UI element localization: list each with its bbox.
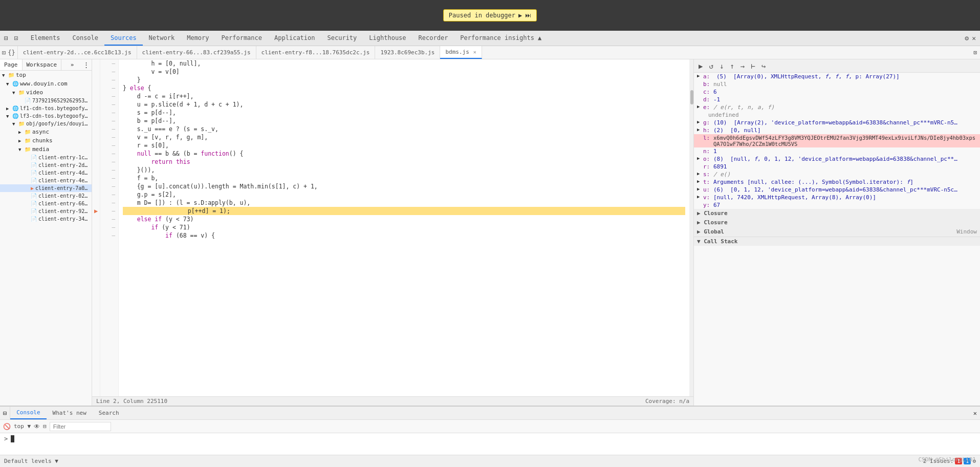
file-tab-1[interactable]: client-entry-2d...ce.6cc18c13.js [18,46,137,59]
scope-item-c[interactable]: c: 6 [694,88,980,96]
scope-item-g[interactable]: ▶ g: (10) [Array(2), 'device_platform=we… [694,119,980,126]
tab-console[interactable]: Console [66,31,104,46]
sidebar-toggle-icon[interactable]: ⊡ [2,49,6,56]
dock-icon[interactable]: ⊟ [2,34,10,42]
tab-console-bottom[interactable]: Console [10,407,46,419]
devtools-main: ⊟ ⊡ Elements Console Sources Network Mem… [0,31,980,467]
scope-item-n[interactable]: n: 1 [694,147,980,155]
tree-item-entry-8[interactable]: 📄 client-entry-927ad3e7.... [0,207,92,215]
scope-item-a[interactable]: ▶ a: (5) [Array(0), XMLHttpRequest, f, f… [694,73,980,80]
step-out-btn[interactable]: ↑ [728,61,735,71]
tree-item-media[interactable]: ▼ 📁 media [0,145,92,154]
tab-sources[interactable]: Sources [104,31,143,46]
play-button[interactable]: ▶ [518,12,522,19]
tree-item-entry-2[interactable]: 📄 client-entry-2d6f1fce.6... [0,161,92,169]
clear-console-icon[interactable]: 🚫 [3,423,11,430]
sidebar-tab-workspace[interactable]: Workspace [23,59,62,70]
tab-elements[interactable]: Elements [25,31,67,46]
scope-closure-2-header[interactable]: ▶ Closure [694,218,980,227]
scope-item-v[interactable]: ▶ v: [null, 7420, XMLHttpRequest, Array(… [694,194,980,201]
tab-lighthouse[interactable]: Lighthouse [363,31,412,46]
tab-security[interactable]: Security [321,31,363,46]
step-over-btn[interactable]: ↺ [707,61,714,71]
tab-whats-new[interactable]: What's new [47,407,93,419]
sidebar-more-btn[interactable]: » [68,59,77,70]
sidebar-tabs: Page Workspace » ⋮ [0,59,92,71]
filter-icon[interactable]: ⊟ [43,423,47,430]
expand-tabs-icon[interactable]: ⊡ [973,49,977,56]
tree-item-lf3[interactable]: ▼ 🌐 lf3-cdn-tos.bytegoofy.com [0,112,92,120]
tab-application[interactable]: Application [268,31,321,46]
code-content[interactable]: ▶ ––––– ––––– ––––– ––––– –– h = [0, nul… [92,59,693,396]
console-bottom-bar: Default levels ▼ 2 Issues: 1 1 ⚙ [0,455,980,467]
tab-performance-insights[interactable]: Performance insights ▲ [454,31,548,46]
scope-item-e[interactable]: ▶ e: / e(r, t, n, a, f) [694,103,980,111]
tab-performance[interactable]: Performance [215,31,268,46]
tree-item-entry-5[interactable]: ▶ client-entry-7a08a8f9.c... [0,184,92,192]
step-btn[interactable]: → [739,61,746,71]
tree-item-entry-9[interactable]: 📄 client-entry-3498b7b4... [0,215,92,223]
close-devtools-icon[interactable]: ✕ [972,34,976,42]
file-tab-bdms[interactable]: bdms.js ✕ [440,46,482,59]
tree-item-top[interactable]: ▼ 📁 top [0,71,92,79]
scope-item-b[interactable]: b: null [694,80,980,88]
undock-icon[interactable]: ⊡ [12,34,20,42]
default-levels-label[interactable]: Default levels ▼ [4,458,58,464]
scope-closure-1-header[interactable]: ▶ Closure [694,209,980,218]
sidebar-menu-icon[interactable]: ⋮ [83,61,90,69]
close-file-tab-icon[interactable]: ✕ [473,49,476,55]
scope-item-y[interactable]: y: 67 [694,201,980,209]
pause-exceptions-btn[interactable]: ↪ [760,61,767,71]
tab-memory[interactable]: Memory [181,31,215,46]
sidebar-tab-page[interactable]: Page [0,59,23,70]
step-into-btn[interactable]: ↓ [718,61,725,71]
breakpoint-arrow: ▶ [94,207,98,215]
tree-item-video[interactable]: ▼ 📁 video [0,88,92,97]
tree-item-async[interactable]: ▶ 📁 async [0,128,92,136]
console-filter-input[interactable] [50,422,111,431]
sidebar-content: ▼ 📁 top ▼ 🌐 www.douyin.com ▼ 📁 [0,71,92,406]
scope-item-u[interactable]: ▶ u: (6) [0, 1, 12, 'device_platform=web… [694,186,980,194]
skip-button[interactable]: ⏭ [525,12,531,19]
scope-closure-2: ▶ Closure [694,218,980,227]
tab-search[interactable]: Search [93,407,125,419]
scope-item-h[interactable]: ▶ h: (2) [0, null] [694,126,980,134]
tree-item-video-file[interactable]: 📄 73792196529262953464... [0,97,92,104]
format-icon[interactable]: {} [8,49,15,56]
scope-item-d[interactable]: d: -1 [694,96,980,103]
file-tab-2[interactable]: client-entry-66...83.cf239a55.js [137,46,256,59]
tab-recorder[interactable]: Recorder [412,31,454,46]
scope-item-l[interactable]: l: x6mvQ0h6dEgsvDWf54zLFY3g8VM3YQJEOtrEM… [694,134,980,147]
code-line: null == b && (b = function() { [123,150,685,158]
vertical-scrollbar[interactable] [689,59,693,396]
scope-item-r[interactable]: r: 6891 [694,163,980,171]
settings-icon[interactable]: ⚙ [965,34,969,42]
scope-item-s[interactable]: ▶ s: / e() [694,171,980,178]
file-tab-3[interactable]: client-entry-f8...18.7635dc2c.js [256,46,376,59]
tree-item-obj[interactable]: ▼ 📁 obj/goofy/ies/douyin_we... [0,120,92,128]
deactivate-btn[interactable]: ⊢ [749,61,756,71]
tree-item-entry-6[interactable]: 📄 client-entry-027dfa05.0... [0,192,92,200]
tree-item-lf1[interactable]: ▶ 🌐 lf1-cdn-tos.bytegoofy.com [0,104,92,112]
tree-item-chunks[interactable]: ▶ 📁 chunks [0,136,92,145]
tree-item-douyin[interactable]: ▼ 🌐 www.douyin.com [0,79,92,88]
scope-item-o[interactable]: ▶ o: (8) [null, f, 0, 1, 12, 'device_pla… [694,155,980,163]
scope-item-t[interactable]: ▶ t: Arguments [null, callee: (...), Sym… [694,178,980,186]
tree-item-entry-7[interactable]: 📄 client-entry-662c8783.... [0,200,92,207]
code-lines[interactable]: h = [0, null], v = v[0] } } else { d -= … [119,59,689,396]
scope-global-header[interactable]: ▶ Global Window [694,227,980,236]
tree-item-entry-3[interactable]: 📄 client-entry-4d7bac28.... [0,169,92,177]
file-tab-4[interactable]: 1923.8c69ec3b.js [375,46,440,59]
resume-btn[interactable]: ▶ [697,61,704,71]
console-panel-icon[interactable]: ⊟ [3,410,7,417]
tree-item-entry-4[interactable]: 📄 client-entry-4e7ff80d.8... [0,177,92,184]
bottom-area: ⊟ Console What's new Search ✕ 🚫 top ▼ 👁 … [0,406,980,467]
tab-network[interactable]: Network [143,31,181,46]
close-bottom-icon[interactable]: ✕ [973,410,977,417]
console-toolbar: 🚫 top ▼ 👁 ⊟ [0,420,980,433]
code-line: b = p[d--], [123,117,685,125]
call-stack-header[interactable]: ▼ Call Stack [694,237,980,246]
console-input-area[interactable]: > [0,433,980,455]
tree-item-entry-1[interactable]: 📄 client-entry-1c156ad4.a... [0,154,92,161]
console-eye-icon[interactable]: 👁 [34,423,40,430]
